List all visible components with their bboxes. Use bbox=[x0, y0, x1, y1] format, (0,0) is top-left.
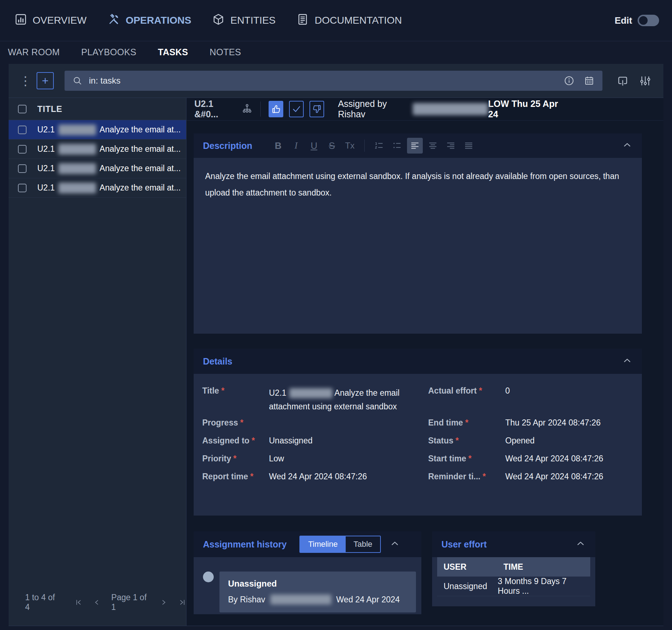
bar-chart-icon bbox=[14, 13, 27, 28]
row-checkbox[interactable] bbox=[18, 164, 27, 173]
row-checkbox[interactable] bbox=[18, 126, 27, 134]
assignment-by: By Rishav bbox=[228, 595, 265, 605]
field-label: Priority* bbox=[202, 454, 269, 472]
effort-time: 3 Months 9 Days 7 Hours ... bbox=[498, 577, 590, 596]
thumbs-down-button[interactable] bbox=[309, 101, 324, 117]
row-checkbox[interactable] bbox=[18, 184, 27, 192]
thumbs-up-button[interactable] bbox=[269, 101, 283, 117]
details-header: Details bbox=[194, 349, 642, 374]
prev-page-icon[interactable] bbox=[93, 598, 101, 607]
field-value: Wed 24 Apr 2024 08:47:26 bbox=[269, 472, 428, 490]
task-id: U2.1 bbox=[37, 125, 55, 135]
field-value: Thu 25 Apr 2024 08:47:26 bbox=[505, 418, 633, 436]
sub-nav: WAR ROOM PLAYBOOKS TASKS NOTES bbox=[0, 41, 672, 63]
search-box bbox=[65, 71, 602, 91]
assignment-history-header: Assignment history Timeline Table bbox=[194, 531, 421, 557]
details-section: Details Title* U2.1Analyze the email att… bbox=[194, 349, 642, 516]
task-row[interactable]: U2.1 Analyze the email at... bbox=[9, 159, 186, 178]
nav-label: OPERATIONS bbox=[126, 15, 191, 26]
task-title: Analyze the email at... bbox=[100, 125, 181, 135]
user-effort-section: User effort USER TIME Unassigned 3 Month… bbox=[432, 531, 595, 606]
collapse-user-effort-chevron-up-icon[interactable] bbox=[575, 538, 586, 550]
nav-item-documentation[interactable]: DOCUMENTATION bbox=[296, 13, 402, 28]
tools-icon bbox=[107, 13, 120, 28]
kebab-menu-icon[interactable]: ⋮ bbox=[19, 77, 27, 84]
align-left-icon[interactable] bbox=[407, 138, 423, 154]
thumbs-up-icon bbox=[271, 104, 281, 114]
task-row[interactable]: U2.1 Analyze the email at... bbox=[9, 140, 186, 159]
task-title: Analyze the email at... bbox=[100, 164, 181, 173]
next-page-icon[interactable] bbox=[159, 598, 167, 607]
complete-task-button[interactable] bbox=[289, 101, 304, 117]
first-page-icon[interactable] bbox=[75, 598, 83, 607]
assigned-by-text: Assigned by Rishav bbox=[338, 99, 408, 119]
field-label: End time* bbox=[428, 418, 505, 436]
underline-icon[interactable]: U bbox=[306, 138, 322, 154]
ordered-list-icon[interactable] bbox=[371, 138, 387, 154]
sliders-icon[interactable] bbox=[639, 75, 651, 87]
field-value: Wed 24 Apr 2024 08:47:26 bbox=[505, 472, 633, 490]
italic-icon[interactable]: I bbox=[288, 138, 304, 154]
collapse-details-chevron-up-icon[interactable] bbox=[622, 355, 633, 367]
check-icon bbox=[291, 104, 302, 114]
pagination-bar: 1 to 4 of 4 Page 1 of 1 bbox=[9, 592, 186, 612]
field-label: Status* bbox=[428, 436, 505, 454]
justify-icon[interactable] bbox=[461, 138, 477, 154]
task-id: U2.1 bbox=[37, 183, 55, 193]
select-all-checkbox[interactable] bbox=[18, 105, 27, 113]
last-page-icon[interactable] bbox=[178, 598, 186, 607]
app-window: OVERVIEW OPERATIONS ENTITIES DOCUMENTATI… bbox=[0, 0, 672, 630]
collapse-description-chevron-up-icon[interactable] bbox=[622, 140, 633, 152]
toggle-table[interactable]: Table bbox=[346, 536, 380, 552]
priority-and-due-date: LOW Thu 25 Apr 24 bbox=[488, 99, 561, 119]
calendar-icon[interactable] bbox=[584, 75, 595, 86]
nav-item-operations[interactable]: OPERATIONS bbox=[107, 13, 191, 28]
timeline-entry: Unassigned By Rishav Wed 24 Apr 2024 bbox=[219, 572, 416, 612]
add-task-button[interactable]: + bbox=[37, 72, 54, 89]
field-label: Actual effort* bbox=[428, 386, 505, 413]
pagination-range: 1 to 4 of 4 bbox=[25, 593, 60, 612]
field-label: Title* bbox=[202, 386, 269, 413]
align-right-icon[interactable] bbox=[443, 138, 459, 154]
info-icon[interactable] bbox=[564, 75, 574, 86]
column-header-title: TITLE bbox=[37, 104, 62, 114]
cube-icon bbox=[212, 13, 225, 28]
field-value: Opened bbox=[505, 436, 633, 454]
top-nav: OVERVIEW OPERATIONS ENTITIES DOCUMENTATI… bbox=[0, 0, 672, 41]
column-header-user: USER bbox=[437, 562, 503, 572]
search-input[interactable] bbox=[89, 76, 564, 86]
nav-label: ENTITIES bbox=[230, 15, 275, 26]
sitemap-icon[interactable] bbox=[242, 103, 252, 115]
strikethrough-icon[interactable]: S bbox=[324, 138, 340, 154]
nav-item-entities[interactable]: ENTITIES bbox=[212, 13, 275, 28]
field-value: Low bbox=[269, 454, 428, 472]
main-panel: ⋮ + TITLE U2.1 bbox=[9, 64, 663, 626]
tab-playbooks[interactable]: PLAYBOOKS bbox=[81, 47, 137, 57]
tab-tasks[interactable]: TASKS bbox=[158, 47, 188, 57]
details-fields-grid: Title* U2.1Analyze the email attachment … bbox=[194, 374, 642, 490]
bold-icon[interactable]: B bbox=[270, 138, 286, 154]
align-center-icon[interactable] bbox=[425, 138, 441, 154]
task-row[interactable]: U2.1 Analyze the email at... bbox=[9, 178, 186, 198]
redacted-text bbox=[58, 124, 96, 135]
tab-notes[interactable]: NOTES bbox=[210, 47, 241, 57]
timeline-dot bbox=[203, 572, 214, 582]
task-list-pane: TITLE U2.1 Analyze the email at... U2.1 … bbox=[9, 98, 186, 626]
pagination-page: Page 1 of 1 bbox=[111, 593, 149, 612]
field-label: Report time* bbox=[202, 472, 269, 490]
export-icon[interactable] bbox=[617, 75, 629, 87]
description-body[interactable]: Analyze the email attachment using exter… bbox=[194, 158, 642, 211]
toggle-timeline[interactable]: Timeline bbox=[300, 536, 345, 552]
nav-item-overview[interactable]: OVERVIEW bbox=[14, 13, 86, 28]
user-effort-header: User effort bbox=[432, 531, 595, 557]
assignment-history-section: Assignment history Timeline Table Unassi… bbox=[194, 531, 421, 614]
row-checkbox[interactable] bbox=[18, 145, 27, 154]
collapse-assignment-chevron-up-icon[interactable] bbox=[389, 538, 400, 550]
user-effort-table: USER TIME Unassigned 3 Months 9 Days 7 H… bbox=[437, 557, 590, 596]
task-row[interactable]: U2.1 Analyze the email at... bbox=[9, 120, 186, 140]
bullet-list-icon[interactable] bbox=[389, 138, 405, 154]
edit-toggle[interactable] bbox=[638, 15, 659, 26]
rich-text-toolbar: B I U S Tx bbox=[270, 138, 477, 154]
clear-format-icon[interactable]: Tx bbox=[342, 138, 358, 154]
tab-war-room[interactable]: WAR ROOM bbox=[8, 47, 60, 57]
